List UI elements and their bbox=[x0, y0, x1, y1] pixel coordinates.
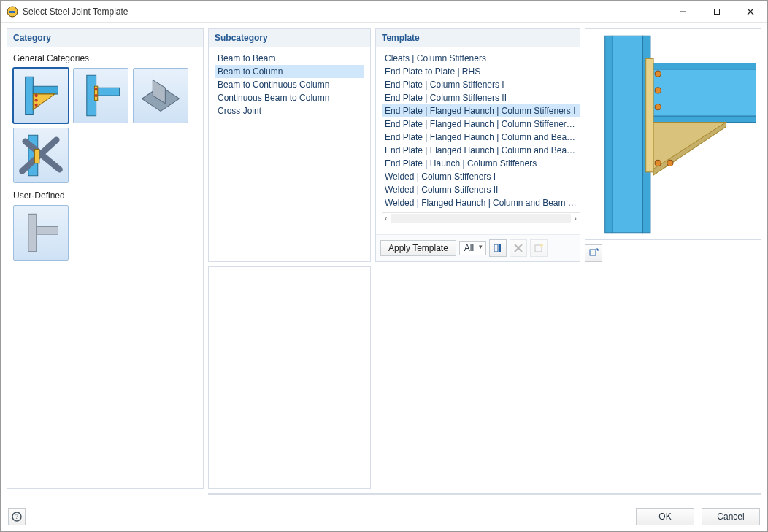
subcategory-list: Beam to Beam Beam to Column Beam to Cont… bbox=[215, 52, 364, 117]
svg-marker-31 bbox=[613, 36, 642, 232]
general-categories-label: General Categories bbox=[13, 53, 197, 63]
subcategory-body: Beam to Beam Beam to Column Beam to Cont… bbox=[209, 47, 370, 261]
titlebar: Select Steel Joint Template bbox=[1, 1, 767, 23]
svg-marker-36 bbox=[650, 116, 756, 122]
category-thumb-3[interactable] bbox=[133, 68, 188, 123]
maximize-button[interactable] bbox=[700, 1, 734, 23]
svg-point-16 bbox=[95, 94, 98, 97]
svg-rect-37 bbox=[646, 58, 653, 171]
preview-panel: Y X Z bbox=[208, 493, 761, 495]
svg-point-43 bbox=[655, 160, 661, 166]
template-item[interactable]: End Plate | Flanged Haunch | Column and … bbox=[382, 144, 580, 157]
template-item[interactable]: End Plate | Column Stiffeners I bbox=[382, 78, 580, 91]
subcategory-item[interactable]: Cross Joint bbox=[215, 104, 364, 117]
svg-marker-13 bbox=[96, 88, 120, 96]
category-header: Category bbox=[7, 29, 203, 47]
category-thumb-4[interactable] bbox=[13, 128, 69, 183]
main-content: Category General Categories bbox=[1, 23, 767, 501]
template-item[interactable]: Welded | Flanged Haunch | Column and Bea… bbox=[382, 196, 580, 209]
subcategory-header: Subcategory bbox=[209, 29, 370, 47]
svg-marker-7 bbox=[33, 86, 58, 94]
thumbnail-expand-icon[interactable] bbox=[585, 244, 602, 262]
svg-point-9 bbox=[34, 94, 37, 97]
template-area: Template Cleats | Column Stiffeners End … bbox=[375, 28, 761, 262]
svg-point-11 bbox=[34, 104, 37, 107]
category-body: General Categories bbox=[7, 47, 203, 488]
subcategory-item[interactable]: Continuous Beam to Column bbox=[215, 91, 364, 104]
svg-rect-3 bbox=[715, 9, 720, 14]
help-button[interactable]: ? bbox=[8, 508, 26, 525]
template-item[interactable]: End Plate | Flanged Haunch | Column Stif… bbox=[382, 104, 580, 117]
apply-template-button[interactable]: Apply Template bbox=[380, 240, 456, 256]
rename-icon[interactable] bbox=[489, 239, 507, 257]
info-panel bbox=[208, 266, 371, 489]
svg-rect-45 bbox=[590, 250, 596, 255]
svg-marker-34 bbox=[650, 66, 756, 120]
subcategory-item[interactable]: Beam to Beam bbox=[215, 52, 364, 65]
svg-text:?: ? bbox=[15, 513, 18, 520]
template-item[interactable]: End Plate | Column Stiffeners II bbox=[382, 91, 580, 104]
svg-point-41 bbox=[655, 88, 661, 93]
template-header: Template bbox=[376, 29, 580, 47]
svg-point-40 bbox=[655, 71, 661, 77]
svg-point-15 bbox=[95, 88, 98, 91]
axis-x-label: X bbox=[218, 493, 223, 495]
category-thumb-1[interactable] bbox=[13, 68, 69, 123]
template-list-wrap: Cleats | Column Stiffeners End Plate to … bbox=[376, 47, 580, 234]
category-panel: Category General Categories bbox=[7, 28, 204, 489]
delete-icon[interactable] bbox=[510, 239, 527, 257]
svg-point-42 bbox=[655, 104, 661, 110]
template-filter-select[interactable]: All bbox=[459, 241, 486, 255]
svg-marker-35 bbox=[650, 63, 756, 69]
minimize-button[interactable] bbox=[667, 1, 700, 23]
cancel-button[interactable]: Cancel bbox=[702, 508, 760, 525]
svg-point-10 bbox=[34, 99, 37, 101]
svg-rect-1 bbox=[9, 11, 15, 13]
template-horizontal-scroll[interactable]: ‹ › bbox=[382, 212, 580, 223]
template-item[interactable]: End Plate to Plate | RHS bbox=[382, 65, 580, 78]
subcategory-item[interactable]: Beam to Column bbox=[215, 65, 364, 78]
template-item[interactable]: End Plate | Flanged Haunch | Column and … bbox=[382, 131, 580, 144]
subcategory-panel: Subcategory Beam to Beam Beam to Column … bbox=[208, 28, 371, 262]
close-button[interactable] bbox=[734, 1, 767, 23]
svg-marker-24 bbox=[37, 226, 58, 234]
template-list: Cleats | Column Stiffeners End Plate to … bbox=[382, 52, 580, 209]
ok-button[interactable]: OK bbox=[636, 508, 694, 525]
template-item[interactable]: Welded | Column Stiffeners I bbox=[382, 170, 580, 183]
window-title: Select Steel Joint Template bbox=[23, 7, 667, 17]
subcategory-item[interactable]: Beam to Continuous Column bbox=[215, 78, 364, 91]
user-category-thumb-1[interactable] bbox=[13, 205, 69, 261]
new-template-icon[interactable] bbox=[530, 239, 548, 257]
svg-rect-25 bbox=[494, 244, 498, 252]
template-thumbnail bbox=[585, 28, 761, 240]
scroll-right-icon[interactable]: › bbox=[574, 214, 577, 223]
svg-marker-6 bbox=[26, 77, 34, 114]
general-categories-grid bbox=[13, 68, 197, 183]
template-item[interactable]: Cleats | Column Stiffeners bbox=[382, 52, 580, 65]
template-action-bar: Apply Template All bbox=[376, 234, 580, 261]
template-panel: Template Cleats | Column Stiffeners End … bbox=[375, 28, 580, 262]
dialog-footer: ? OK Cancel bbox=[1, 501, 767, 531]
app-icon bbox=[7, 6, 18, 18]
scroll-track[interactable] bbox=[391, 214, 572, 223]
dialog-window: Select Steel Joint Template Category Gen… bbox=[0, 0, 768, 532]
svg-point-30 bbox=[540, 244, 543, 247]
category-thumb-2[interactable] bbox=[73, 68, 128, 123]
svg-marker-23 bbox=[28, 214, 37, 251]
svg-marker-32 bbox=[605, 36, 613, 232]
template-item[interactable]: End Plate | Haunch | Column Stiffeners bbox=[382, 157, 580, 170]
user-defined-label: User-Defined bbox=[13, 190, 197, 201]
template-item[interactable]: Welded | Column Stiffeners II bbox=[382, 183, 580, 196]
user-defined-grid bbox=[13, 205, 197, 261]
svg-point-44 bbox=[667, 160, 673, 166]
template-item[interactable]: End Plate | Flanged Haunch | Column Stif… bbox=[382, 117, 580, 131]
scroll-left-icon[interactable]: ‹ bbox=[385, 214, 388, 223]
svg-rect-22 bbox=[34, 149, 39, 163]
